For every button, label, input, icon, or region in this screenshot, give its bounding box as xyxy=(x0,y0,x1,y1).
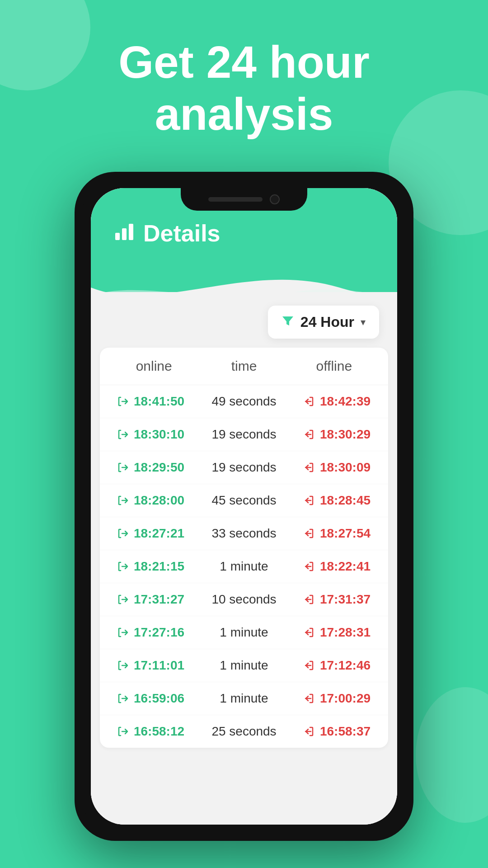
phone-btn-power xyxy=(406,297,410,352)
cell-duration-5: 1 minute xyxy=(197,559,291,574)
phone-notch xyxy=(181,188,307,211)
cell-duration-6: 10 seconds xyxy=(197,592,291,607)
phone-btn-volume-down xyxy=(78,320,82,356)
svg-rect-0 xyxy=(115,233,120,240)
table-row: 16:59:06 1 minute 17:00:29 xyxy=(100,682,388,715)
table-row: 18:28:00 45 seconds 18:28:45 xyxy=(100,484,388,517)
offline-time-10: 16:58:37 xyxy=(320,724,371,739)
cell-duration-2: 19 seconds xyxy=(197,460,291,475)
duration-5: 1 minute xyxy=(220,559,268,574)
cell-offline-5: 18:22:41 xyxy=(291,559,384,574)
phone-frame: Details 24 Hour xyxy=(75,172,413,841)
offline-time-8: 17:12:46 xyxy=(320,658,371,673)
cell-duration-4: 33 seconds xyxy=(197,526,291,541)
login-icon xyxy=(117,726,129,737)
filter-label: 24 Hour xyxy=(300,314,354,330)
login-icon xyxy=(117,495,129,506)
cell-online-4: 18:27:21 xyxy=(104,526,197,541)
login-icon xyxy=(117,594,129,605)
hero-title-line1: Get 24 hour xyxy=(118,37,370,87)
cell-online-7: 17:27:16 xyxy=(104,625,197,640)
hero-title-line2: analysis xyxy=(155,89,333,139)
logout-icon xyxy=(304,429,315,440)
cell-online-0: 18:41:50 xyxy=(104,394,197,409)
cell-online-3: 18:28:00 xyxy=(104,493,197,508)
col-online: online xyxy=(109,359,199,374)
online-time-5: 18:21:15 xyxy=(134,559,184,574)
cell-offline-6: 17:31:37 xyxy=(291,592,384,607)
table-row: 18:29:50 19 seconds 18:30:09 xyxy=(100,451,388,484)
col-offline: offline xyxy=(289,359,379,374)
cell-duration-0: 49 seconds xyxy=(197,394,291,409)
table-row: 17:31:27 10 seconds 17:31:37 xyxy=(100,583,388,616)
cell-offline-4: 18:27:54 xyxy=(291,526,384,541)
svg-rect-2 xyxy=(129,224,133,240)
cell-online-2: 18:29:50 xyxy=(104,460,197,475)
cell-offline-9: 17:00:29 xyxy=(291,691,384,706)
cell-offline-8: 17:12:46 xyxy=(291,658,384,673)
logout-icon xyxy=(304,726,315,737)
cell-online-10: 16:58:12 xyxy=(104,724,197,739)
online-time-3: 18:28:00 xyxy=(134,493,184,508)
table-header: online time offline xyxy=(100,348,388,385)
offline-time-9: 17:00:29 xyxy=(320,691,371,706)
table-row: 17:11:01 1 minute 17:12:46 xyxy=(100,649,388,682)
table-row: 18:41:50 49 seconds 18:42:39 xyxy=(100,385,388,418)
svg-rect-1 xyxy=(122,228,127,240)
cell-duration-7: 1 minute xyxy=(197,625,291,640)
login-icon xyxy=(117,627,129,638)
table-row: 18:30:10 19 seconds 18:30:29 xyxy=(100,418,388,451)
login-icon xyxy=(117,660,129,671)
online-time-7: 17:27:16 xyxy=(134,625,184,640)
filter-icon xyxy=(282,314,294,330)
login-icon xyxy=(117,528,129,539)
filter-dropdown[interactable]: 24 Hour ▾ xyxy=(268,306,379,339)
cell-duration-3: 45 seconds xyxy=(197,493,291,508)
cell-offline-10: 16:58:37 xyxy=(291,724,384,739)
app-title: Details xyxy=(143,220,221,247)
login-icon xyxy=(117,693,129,704)
phone-screen: Details 24 Hour xyxy=(91,188,397,825)
online-time-0: 18:41:50 xyxy=(134,394,184,409)
logout-icon xyxy=(304,627,315,638)
offline-time-5: 18:22:41 xyxy=(320,559,371,574)
offline-time-7: 17:28:31 xyxy=(320,625,371,640)
speaker xyxy=(208,197,263,202)
offline-time-2: 18:30:09 xyxy=(320,460,371,475)
hero-title: Get 24 hour analysis xyxy=(0,36,488,140)
logout-icon xyxy=(304,660,315,671)
online-time-4: 18:27:21 xyxy=(134,526,184,541)
logout-icon xyxy=(304,495,315,506)
offline-time-3: 18:28:45 xyxy=(320,493,371,508)
cell-duration-10: 25 seconds xyxy=(197,724,291,739)
online-time-6: 17:31:27 xyxy=(134,592,184,607)
online-time-9: 16:59:06 xyxy=(134,691,184,706)
duration-9: 1 minute xyxy=(220,691,268,706)
cell-online-5: 18:21:15 xyxy=(104,559,197,574)
cell-online-1: 18:30:10 xyxy=(104,427,197,442)
cell-online-6: 17:31:27 xyxy=(104,592,197,607)
cell-offline-2: 18:30:09 xyxy=(291,460,384,475)
offline-time-0: 18:42:39 xyxy=(320,394,371,409)
logout-icon xyxy=(304,396,315,407)
online-time-8: 17:11:01 xyxy=(134,658,184,673)
cell-duration-1: 19 seconds xyxy=(197,427,291,442)
login-icon xyxy=(117,561,129,572)
phone-mockup: Details 24 Hour xyxy=(75,172,413,841)
table-row: 18:27:21 33 seconds 18:27:54 xyxy=(100,517,388,550)
header-title-row: Details xyxy=(113,220,221,247)
cell-offline-7: 17:28:31 xyxy=(291,625,384,640)
content-area: 24 Hour ▾ online time offline xyxy=(91,292,397,825)
logout-icon xyxy=(304,693,315,704)
duration-0: 49 seconds xyxy=(211,394,276,409)
chart-icon xyxy=(113,220,135,247)
chevron-down-icon: ▾ xyxy=(361,316,366,328)
cell-offline-1: 18:30:29 xyxy=(291,427,384,442)
duration-2: 19 seconds xyxy=(211,460,276,475)
duration-10: 25 seconds xyxy=(211,724,276,739)
cell-online-8: 17:11:01 xyxy=(104,658,197,673)
cell-duration-8: 1 minute xyxy=(197,658,291,673)
table-body: 18:41:50 49 seconds 18:42:39 18:30:10 xyxy=(100,385,388,748)
duration-6: 10 seconds xyxy=(211,592,276,607)
cell-offline-3: 18:28:45 xyxy=(291,493,384,508)
